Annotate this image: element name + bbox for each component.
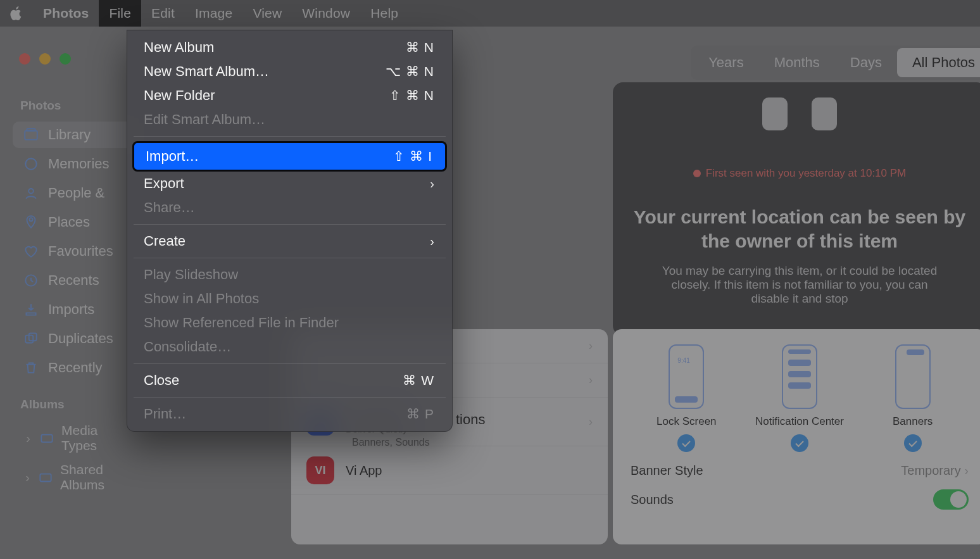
chevron-right-icon: › [24, 470, 31, 485]
menu-item-create[interactable]: Create› [127, 229, 452, 253]
menu-item-new-smart-album[interactable]: New Smart Album…⌥ ⌘ N [127, 60, 452, 84]
window-controls [19, 53, 71, 65]
menu-item-play-slideshow: Play Slideshow [127, 263, 452, 287]
menubar-item-file[interactable]: File [99, 0, 141, 27]
sidebar-item-places[interactable]: Places [13, 209, 138, 236]
menu-separator [134, 136, 446, 137]
sidebar-item-label: Recently [48, 360, 103, 376]
sidebar-item-media-types[interactable]: ›Media Types [13, 419, 138, 457]
sidebar-item-label: Shared Albums [60, 462, 132, 493]
trash-icon [23, 360, 39, 376]
folder-icon [37, 469, 54, 486]
device-thumb [762, 97, 788, 130]
menu-item-export[interactable]: Export› [127, 172, 452, 196]
notif-style-lockscreen[interactable]: 9:41 Lock Screen [639, 344, 734, 452]
shortcut: ⌥ ⌘ N [386, 64, 434, 79]
notif-style-label: Notification Center [755, 415, 844, 428]
sidebar-item-recently[interactable]: Recently [13, 355, 138, 381]
view-switcher: Years Months Days All Photos [691, 46, 980, 80]
close-window-button[interactable] [19, 53, 30, 65]
sidebar-item-people[interactable]: People & [13, 180, 138, 206]
sounds-toggle[interactable] [933, 489, 969, 510]
shortcut: ⇧ ⌘ I [393, 149, 432, 164]
banners-sounds-sub: Banners, Sounds [352, 437, 430, 448]
chevron-right-icon: › [964, 463, 969, 477]
menubar-item-edit[interactable]: Edit [141, 0, 185, 27]
banner-style-row[interactable]: Banner Style Temporary › [631, 463, 969, 478]
menu-separator [134, 397, 446, 398]
sidebar-item-label: Favourites [48, 243, 113, 260]
tab-months[interactable]: Months [759, 48, 835, 77]
tab-all-photos[interactable]: All Photos [897, 48, 980, 77]
notif-style-banners[interactable]: Banners [865, 344, 960, 452]
sidebar-item-library[interactable]: Library [13, 122, 138, 148]
svg-point-2 [25, 158, 36, 169]
notif-style-label: Banners [893, 415, 933, 428]
menu-item-new-folder[interactable]: New Folder⇧ ⌘ N [127, 84, 452, 108]
menubar-item-help[interactable]: Help [360, 0, 408, 27]
menu-item-close[interactable]: Close⌘ W [127, 368, 452, 393]
sidebar-item-memories[interactable]: Memories [13, 151, 138, 177]
sidebar: Photos Library Memories People & Places … [0, 95, 146, 498]
banner-style-label: Banner Style [631, 463, 703, 478]
menu-item-show-all-photos: Show in All Photos [127, 287, 452, 311]
sidebar-item-label: Memories [48, 156, 110, 172]
menu-separator [134, 258, 446, 258]
notif-style-notifcenter[interactable]: Notification Center [753, 344, 847, 452]
menu-separator [134, 363, 446, 364]
notif-style-label: Lock Screen [656, 415, 717, 428]
file-menu: New Album⌘ N New Smart Album…⌥ ⌘ N New F… [127, 30, 453, 432]
sidebar-item-label: Media Types [61, 423, 132, 453]
notif-app-row-viapp[interactable]: VI Vi App [291, 446, 608, 495]
svg-point-3 [28, 189, 34, 194]
sounds-row: Sounds [631, 489, 969, 510]
menubar-item-window[interactable]: Window [292, 0, 360, 27]
menubar-item-image[interactable]: Image [185, 0, 242, 27]
clock-icon [23, 272, 39, 289]
sidebar-item-label: Places [48, 214, 90, 230]
menubar-item-view[interactable]: View [242, 0, 292, 27]
chevron-right-icon: › [589, 374, 593, 387]
library-icon [23, 127, 39, 143]
menu-item-share: Share… [127, 196, 452, 220]
find-item-body: You may be carrying this item, or it cou… [660, 264, 939, 306]
sidebar-item-label: Imports [48, 301, 94, 318]
menubar-app-name[interactable]: Photos [33, 0, 99, 27]
tab-days[interactable]: Days [835, 48, 897, 77]
check-icon [791, 434, 808, 452]
sidebar-item-duplicates[interactable]: Duplicates [13, 325, 138, 352]
shortcut: ⌘ N [406, 40, 434, 55]
sidebar-section-photos: Photos [0, 95, 146, 119]
chevron-right-icon: › [589, 415, 593, 429]
truncated-notifications-label: tions [456, 411, 485, 428]
places-icon [23, 214, 39, 230]
shortcut: ⇧ ⌘ N [389, 88, 434, 103]
fullscreen-window-button[interactable] [60, 53, 71, 65]
app-title: Vi App [346, 463, 382, 478]
chevron-right-icon: › [430, 177, 434, 191]
sidebar-item-imports[interactable]: Imports [13, 296, 138, 323]
device-thumb [812, 97, 837, 130]
check-icon [904, 434, 922, 452]
sidebar-section-albums: Albums [0, 394, 146, 418]
shortcut: ⌘ W [403, 373, 434, 388]
folder-icon [39, 430, 55, 446]
first-seen-label: First seen with you yesterday at 10:10 P… [693, 167, 907, 180]
menu-item-show-referenced: Show Referenced File in Finder [127, 311, 452, 335]
vi-icon: VI [306, 456, 334, 484]
tab-years[interactable]: Years [693, 48, 758, 77]
apple-logo-icon[interactable] [0, 0, 33, 27]
sounds-label: Sounds [631, 493, 674, 507]
menu-item-import[interactable]: Import… ⇧ ⌘ I [127, 141, 452, 172]
sidebar-item-favourites[interactable]: Favourites [13, 238, 138, 265]
shortcut: ⌘ P [406, 406, 434, 422]
menu-separator [134, 224, 446, 225]
minimize-window-button[interactable] [39, 53, 51, 65]
menu-item-edit-smart-album: Edit Smart Album… [127, 108, 452, 132]
menu-item-new-album[interactable]: New Album⌘ N [127, 35, 452, 60]
sidebar-item-label: Recents [48, 272, 99, 289]
sidebar-item-recents[interactable]: Recents [13, 267, 138, 294]
sidebar-item-shared-albums[interactable]: ›Shared Albums [13, 458, 138, 496]
svg-rect-1 [27, 129, 35, 130]
lockscreen-icon: 9:41 [669, 344, 704, 409]
